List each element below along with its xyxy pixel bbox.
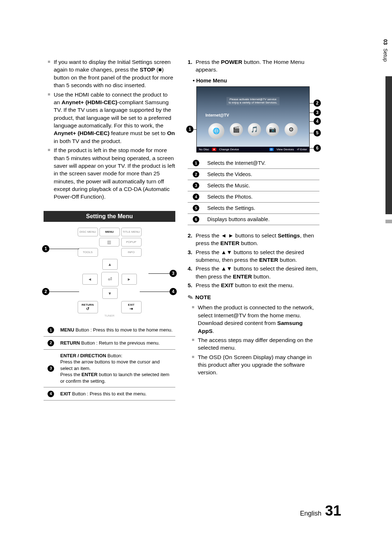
tv-videos-icon: 🎬 — [230, 123, 243, 136]
footer-page-number: 31 — [325, 503, 342, 519]
remote-popup: POPUP — [121, 238, 142, 247]
dpad-up-icon: ▲ — [102, 259, 118, 270]
step-1: 1. Press the POWER button. The Home Menu… — [188, 58, 319, 74]
setting-menu-heading: Setting the Menu — [44, 211, 175, 222]
note-1: When the product is connected to the net… — [188, 304, 319, 335]
section-tab: 03 Setup — [383, 39, 392, 62]
home-menu-screenshot: 1 2 3 4 5 6 Please activate Internet@TV … — [188, 86, 319, 152]
intro-bullets: If you want to display the Initial Setti… — [44, 58, 175, 201]
remote-info: INFO — [121, 248, 142, 257]
tv-callout-2: 2 — [314, 99, 321, 107]
tv-bottom-bar: No Disc A Change Device D View Devices ⏎… — [197, 147, 309, 152]
remote-exit: EXIT⇥ — [121, 301, 142, 313]
tv-callout-4: 4 — [314, 118, 321, 125]
note-icon: ✎ — [187, 293, 194, 302]
row-num: 4 — [48, 391, 54, 397]
remote-callout-1: 1 — [42, 245, 49, 252]
row-num: 2 — [48, 340, 54, 346]
tv-callout-1: 1 — [186, 126, 193, 133]
left-column: If you want to display the Initial Setti… — [44, 58, 175, 400]
note-3: The OSD (On Screen Display) may change i… — [188, 353, 319, 377]
steps-2-5: 2.Press the ◄ ► buttons to select Settin… — [188, 232, 319, 289]
remote-menu-icon: ▥ — [99, 238, 119, 247]
tv-activate-banner: Please activate Internet@TV service to e… — [226, 97, 279, 105]
bullet-3: If the product is left in the stop mode … — [44, 146, 175, 201]
remote-diagram: 1 2 3 4 DISC MENU MENU TITLE MENU ▥ POPU… — [44, 227, 175, 317]
tv-internet-label: Internet@TV — [205, 113, 229, 117]
tv-settings-icon: ⚙ — [285, 123, 298, 136]
bullet-2: Use the HDMI cable to connect the produc… — [44, 91, 175, 145]
tv-callout-5: 5 — [314, 129, 321, 137]
bullet-1: If you want to display the Initial Setti… — [44, 58, 175, 89]
right-column: 1. Press the POWER button. The Home Menu… — [188, 58, 319, 400]
remote-tuner: TUNER — [77, 314, 142, 317]
section-number: 03 — [383, 39, 388, 45]
tv-callout-3: 3 — [314, 109, 321, 116]
row-num: 3 — [48, 365, 54, 372]
dpad-left-icon: ◄ — [82, 274, 98, 285]
tv-music-icon: 🎵 — [248, 123, 261, 136]
home-menu-label: • Home Menu — [193, 77, 319, 84]
row-num: 1 — [48, 327, 54, 333]
note-heading: ✎ NOTE — [188, 293, 319, 301]
tv-internet-icon: 🌐 — [208, 123, 224, 139]
tv-callout-6: 6 — [314, 145, 321, 152]
section-name: Setup — [383, 48, 388, 62]
side-thumb-index-2 — [385, 220, 392, 223]
tv-photos-icon: 📷 — [266, 123, 279, 136]
remote-callout-2: 2 — [42, 288, 49, 295]
remote-button-table: 1 MENU Button : Press this to move to th… — [44, 324, 175, 400]
dpad-enter-icon: ⏎ — [101, 272, 119, 286]
remote-callout-4: 4 — [170, 288, 177, 295]
remote-dpad: ▲ ▼ ◄ ► ⏎ — [79, 259, 140, 299]
remote-disc-menu: DISC MENU — [78, 228, 98, 236]
dpad-down-icon: ▼ — [102, 288, 118, 299]
remote-tools: TOOLS — [78, 248, 98, 257]
remote-callout-3: 3 — [170, 270, 177, 277]
side-thumb-index — [385, 76, 392, 214]
footer-lang: English — [300, 510, 321, 517]
home-menu-legend: 1Selects the Internet@TV. 2Selects the V… — [188, 158, 319, 225]
dpad-right-icon: ► — [122, 274, 137, 285]
remote-menu: MENU — [99, 228, 120, 236]
page-footer: English 31 — [300, 503, 341, 519]
remote-title-menu: TITLE MENU — [121, 228, 142, 236]
note-2: The access steps may differ depending on… — [188, 336, 319, 352]
remote-return: RETURN↺ — [78, 301, 98, 313]
note-bullets: When the product is connected to the net… — [188, 304, 319, 376]
